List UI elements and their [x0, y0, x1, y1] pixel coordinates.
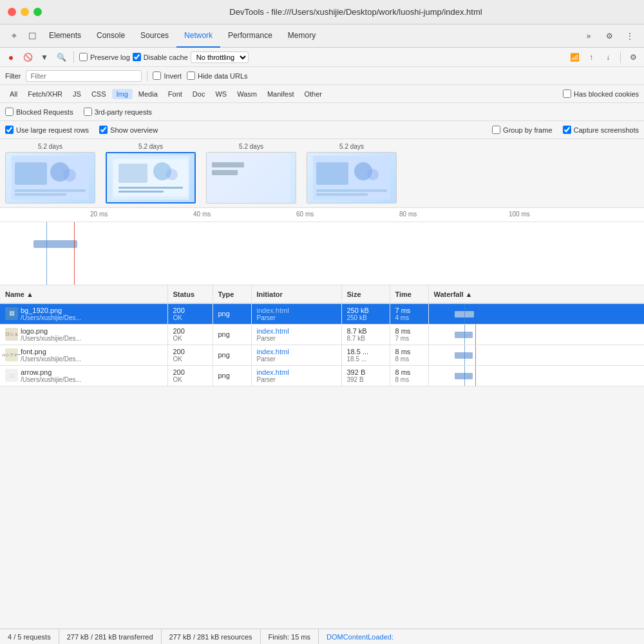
- tab-memory[interactable]: Memory: [280, 24, 323, 48]
- search-icon[interactable]: 🔍: [54, 50, 68, 64]
- type-css[interactable]: CSS: [87, 89, 111, 99]
- screenshot-thumb-4[interactable]: [307, 152, 397, 204]
- show-overview-label[interactable]: Show overview: [99, 126, 158, 134]
- maximize-button[interactable]: [33, 8, 42, 16]
- cursor-icon[interactable]: ⌖: [5, 27, 23, 45]
- td-type-3: png: [213, 345, 251, 365]
- table-row[interactable]: 🖼 bg_1920.png /Users/xushijie/Des... 200…: [0, 303, 644, 324]
- td-type-4: png: [213, 365, 251, 386]
- timeline-graph: [0, 222, 644, 285]
- preserve-log-checkbox[interactable]: [79, 53, 88, 61]
- td-waterfall-1: [428, 303, 644, 324]
- chevron-right-icon[interactable]: »: [580, 27, 598, 45]
- settings-icon[interactable]: ⚙: [600, 27, 618, 45]
- type-all[interactable]: All: [5, 89, 22, 99]
- type-img[interactable]: Img: [112, 89, 133, 99]
- has-blocked-cookies-checkbox[interactable]: [563, 90, 571, 98]
- type-doc[interactable]: Doc: [188, 89, 210, 99]
- type-manifest[interactable]: Manifest: [263, 89, 299, 99]
- table-row[interactable]: ロシェ logo.png /Users/xushijie/Des... 200 …: [0, 324, 644, 345]
- wifi-icon[interactable]: 📶: [567, 50, 582, 64]
- capture-screenshots-checkbox[interactable]: [563, 126, 571, 134]
- screenshot-2[interactable]: 5.2 days: [106, 143, 196, 204]
- table-row[interactable]: ルシファー font.png /Users/xushijie/Des... 20…: [0, 345, 644, 365]
- download-icon[interactable]: ↓: [601, 50, 615, 64]
- disable-cache-checkbox[interactable]: [133, 53, 141, 61]
- td-status-3: 200 OK: [167, 345, 213, 365]
- td-type-1: png: [213, 303, 251, 324]
- invert-label[interactable]: Invert: [153, 71, 182, 80]
- capture-screenshots-label[interactable]: Capture screenshots: [563, 126, 639, 134]
- third-party-checkbox[interactable]: [84, 108, 92, 116]
- throttle-select[interactable]: No throttling: [191, 52, 249, 63]
- third-party-label[interactable]: 3rd-party requests: [84, 108, 152, 116]
- show-overview-checkbox[interactable]: [99, 126, 108, 134]
- screenshot-4[interactable]: 5.2 days: [307, 143, 397, 204]
- wf-vline-1: [464, 304, 465, 324]
- svg-rect-11: [118, 187, 183, 189]
- th-type[interactable]: Type: [213, 285, 251, 303]
- blocked-requests-label[interactable]: Blocked Requests: [5, 108, 73, 116]
- svg-rect-15: [212, 170, 238, 175]
- wf-vline-4: [464, 366, 465, 386]
- th-initiator[interactable]: Initiator: [251, 285, 341, 303]
- disable-cache-label[interactable]: Disable cache: [133, 53, 188, 61]
- type-media[interactable]: Media: [134, 89, 162, 99]
- hide-data-urls-label[interactable]: Hide data URLs: [187, 71, 248, 80]
- options-right: Group by frame Capture screenshots: [492, 126, 639, 134]
- blocked-requests-checkbox[interactable]: [5, 108, 14, 116]
- filter-icon[interactable]: ▼: [37, 50, 52, 64]
- large-rows-checkbox[interactable]: [5, 126, 14, 134]
- screenshot-1[interactable]: 5.2 days: [5, 143, 95, 204]
- type-ws[interactable]: WS: [211, 89, 231, 99]
- clear-button[interactable]: 🚫: [21, 50, 35, 64]
- type-fetch-xhr[interactable]: Fetch/XHR: [23, 89, 67, 99]
- device-icon[interactable]: ☐: [23, 27, 41, 45]
- ruler-80ms: 80 ms: [399, 211, 417, 218]
- sb-finish: Finish: 15 ms: [261, 629, 319, 644]
- td-size-2: 8.7 kB 8.7 kB: [341, 324, 390, 345]
- network-toolbar: ● 🚫 ▼ 🔍 Preserve log Disable cache No th…: [0, 48, 644, 67]
- tab-console[interactable]: Console: [89, 24, 133, 48]
- tab-elements[interactable]: Elements: [41, 24, 89, 48]
- hide-data-urls-checkbox[interactable]: [187, 71, 195, 80]
- svg-rect-21: [316, 193, 368, 196]
- screenshot-3[interactable]: 5.2 days: [206, 143, 296, 204]
- th-waterfall[interactable]: Waterfall ▲: [428, 285, 644, 303]
- screenshot-thumb-3[interactable]: [206, 152, 296, 204]
- th-time[interactable]: Time: [390, 285, 428, 303]
- tab-network[interactable]: Network: [176, 24, 220, 48]
- upload-icon[interactable]: ↑: [584, 50, 598, 64]
- th-size[interactable]: Size: [341, 285, 390, 303]
- more-icon[interactable]: ⋮: [621, 27, 639, 45]
- has-blocked-cookies-label[interactable]: Has blocked cookies: [563, 90, 639, 98]
- screenshot-thumb-2[interactable]: [106, 152, 196, 204]
- type-other[interactable]: Other: [299, 89, 327, 99]
- invert-checkbox[interactable]: [153, 71, 161, 80]
- window-title: DevTools - file:///Users/xushijie/Deskto…: [75, 7, 636, 17]
- gear-icon[interactable]: ⚙: [626, 50, 640, 64]
- tab-performance[interactable]: Performance: [220, 24, 280, 48]
- timeline-ruler: 20 ms 40 ms 60 ms 80 ms 100 ms: [0, 208, 644, 222]
- file-cell-4: □ arrow.png /Users/xushijie/Des...: [5, 368, 162, 383]
- file-icon-1: 🖼: [5, 307, 18, 320]
- group-by-frame-checkbox[interactable]: [492, 126, 500, 134]
- type-wasm[interactable]: Wasm: [232, 89, 261, 99]
- close-button[interactable]: [8, 8, 16, 16]
- group-by-frame-label[interactable]: Group by frame: [492, 126, 552, 134]
- screenshot-thumb-1[interactable]: [5, 152, 95, 204]
- tab-sources[interactable]: Sources: [133, 24, 176, 48]
- th-name[interactable]: Name ▲: [0, 285, 167, 303]
- large-rows-label[interactable]: Use large request rows: [5, 126, 89, 134]
- timeline-vline-red: [74, 222, 75, 285]
- screenshot-time-2: 5.2 days: [138, 143, 163, 150]
- svg-rect-1: [15, 162, 47, 185]
- minimize-button[interactable]: [21, 8, 29, 16]
- type-js[interactable]: JS: [68, 89, 86, 99]
- filter-input[interactable]: [26, 70, 142, 82]
- type-font[interactable]: Font: [164, 89, 187, 99]
- record-button[interactable]: ●: [4, 50, 18, 64]
- table-row[interactable]: □ arrow.png /Users/xushijie/Des... 200 O…: [0, 365, 644, 386]
- th-status[interactable]: Status: [167, 285, 213, 303]
- preserve-log-label[interactable]: Preserve log: [79, 53, 130, 61]
